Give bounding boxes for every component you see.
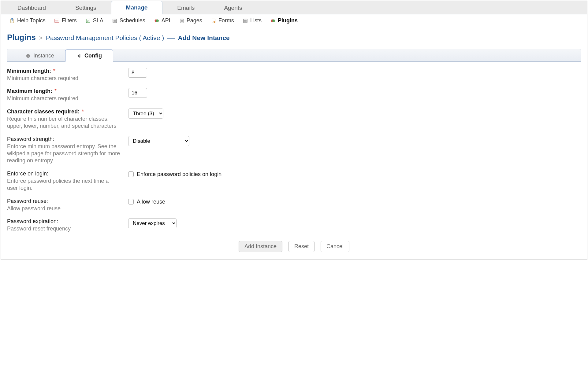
svg-rect-6	[55, 22, 57, 22]
label-enforce-login: Enforce on login:	[7, 171, 48, 177]
svg-rect-18	[28, 55, 28, 57]
clipboard-icon	[9, 18, 15, 24]
help-strength: Enforce minimum password entropy. See th…	[7, 143, 121, 164]
checkbox-enforce-login[interactable]	[128, 171, 134, 177]
subnav-label: Lists	[250, 17, 262, 24]
subnav-pages[interactable]: Pages	[179, 17, 202, 24]
help-max-length: Minimum characters required	[7, 95, 121, 102]
info-icon	[25, 53, 31, 59]
svg-point-13	[214, 21, 215, 23]
plugins-icon	[270, 18, 276, 24]
subnav-label: Pages	[187, 17, 202, 24]
row-max-length: Maximum length: * Minimum characters req…	[7, 88, 581, 102]
row-expiration: Password expiration: Password reset freq…	[7, 218, 581, 232]
svg-rect-4	[55, 20, 58, 20]
label-char-classes: Character classes required: *	[7, 109, 84, 115]
inner-tabs: Instance Config	[7, 49, 581, 62]
checkbox-label: Enforce password policies on login	[137, 171, 221, 178]
subnav-api[interactable]: API	[154, 17, 170, 24]
svg-point-10	[156, 19, 159, 22]
tab-manage[interactable]: Manage	[111, 1, 163, 14]
subnav-label: Plugins	[278, 17, 298, 24]
svg-point-20	[78, 55, 80, 57]
sla-icon	[85, 18, 91, 24]
breadcrumb-root[interactable]: Plugins	[7, 33, 36, 42]
label-min-length: Minimum length: *	[7, 68, 55, 74]
breadcrumb-sep: >	[38, 35, 44, 41]
forms-icon	[211, 18, 216, 24]
config-form: Minimum length: * Minimum characters req…	[7, 62, 581, 252]
subnav-forms[interactable]: Forms	[211, 17, 234, 24]
api-icon	[154, 18, 159, 24]
cancel-button[interactable]: Cancel	[321, 241, 349, 252]
label-max-length: Maximum length: *	[7, 88, 57, 94]
schedule-icon	[112, 18, 117, 24]
tab-emails[interactable]: Emails	[162, 2, 209, 14]
label-text: Character classes required:	[7, 109, 80, 115]
svg-point-2	[12, 22, 13, 22]
select-strength[interactable]: Disable	[128, 136, 189, 146]
subnav-help-topics[interactable]: Help Topics	[9, 17, 46, 24]
inner-tab-label: Instance	[33, 53, 54, 59]
select-expiration[interactable]: Never expires	[128, 218, 177, 228]
help-enforce-login: Enforce password policies the next time …	[7, 178, 121, 192]
subnav-plugins[interactable]: Plugins	[270, 17, 298, 24]
subnav-filters[interactable]: Filters	[54, 17, 77, 24]
subnav-schedules[interactable]: Schedules	[112, 17, 145, 24]
row-reuse: Password reuse: Allow password reuse All…	[7, 198, 581, 212]
svg-point-16	[272, 19, 275, 22]
required-marker: *	[81, 109, 84, 115]
label-reuse: Password reuse:	[7, 198, 48, 204]
tab-instance[interactable]: Instance	[14, 50, 65, 62]
inner-tab-label: Config	[84, 53, 102, 59]
svg-rect-1	[11, 18, 13, 19]
subnav-label: Forms	[218, 17, 234, 24]
breadcrumb-plugin-name[interactable]: Password Management Policies ( Active )	[46, 34, 164, 41]
label-expiration: Password expiration:	[7, 218, 58, 224]
row-strength: Password strength: Enforce minimum passw…	[7, 136, 581, 164]
subnav-label: SLA	[93, 17, 103, 24]
subnav-label: Schedules	[120, 17, 145, 24]
checkbox-label: Allow reuse	[137, 199, 165, 205]
input-min-length[interactable]	[128, 68, 147, 78]
select-char-classes[interactable]: Three (3)	[128, 109, 163, 119]
subnav-label: Filters	[62, 17, 77, 24]
checkbox-reuse-wrap[interactable]: Allow reuse	[128, 198, 165, 205]
input-max-length[interactable]	[128, 88, 147, 98]
help-expiration: Password reset frequency	[7, 225, 121, 232]
subnav: Help Topics Filters SLA Schedules API	[1, 14, 587, 27]
add-instance-button[interactable]: Add Instance	[239, 241, 282, 252]
subnav-label: API	[162, 17, 170, 24]
row-min-length: Minimum length: * Minimum characters req…	[7, 68, 581, 82]
required-marker: *	[53, 68, 55, 74]
breadcrumb: Plugins > Password Management Policies (…	[7, 33, 581, 42]
tab-config[interactable]: Config	[65, 50, 113, 62]
pages-icon	[179, 18, 184, 24]
lists-icon	[243, 18, 248, 24]
label-strength: Password strength:	[7, 136, 54, 142]
svg-point-19	[28, 54, 28, 55]
row-enforce-login: Enforce on login: Enforce password polic…	[7, 171, 581, 192]
breadcrumb-dash: —	[166, 33, 176, 42]
primary-tabs: Dashboard Settings Manage Emails Agents	[1, 1, 587, 14]
checkbox-enforce-login-wrap[interactable]: Enforce password policies on login	[128, 171, 221, 178]
tab-settings[interactable]: Settings	[61, 2, 111, 14]
help-min-length: Minimum characters required	[7, 75, 121, 82]
gear-icon	[76, 53, 82, 59]
checkbox-reuse[interactable]	[128, 199, 134, 204]
subnav-sla[interactable]: SLA	[85, 17, 103, 24]
tab-dashboard[interactable]: Dashboard	[3, 2, 61, 14]
svg-rect-5	[55, 21, 58, 21]
subnav-lists[interactable]: Lists	[243, 17, 262, 24]
reset-button[interactable]: Reset	[288, 241, 314, 252]
label-text: Maximum length:	[7, 88, 52, 94]
breadcrumb-current: Add New Intance	[178, 34, 230, 41]
form-buttons: Add Instance Reset Cancel	[7, 241, 581, 252]
subnav-label: Help Topics	[17, 17, 46, 24]
content: Plugins > Password Management Policies (…	[1, 27, 587, 259]
help-reuse: Allow password reuse	[7, 205, 121, 212]
help-char-classes: Require this number of character classes…	[7, 116, 121, 130]
tab-agents[interactable]: Agents	[209, 2, 257, 14]
app-frame: Dashboard Settings Manage Emails Agents …	[1, 1, 587, 260]
filter-icon	[54, 18, 60, 24]
